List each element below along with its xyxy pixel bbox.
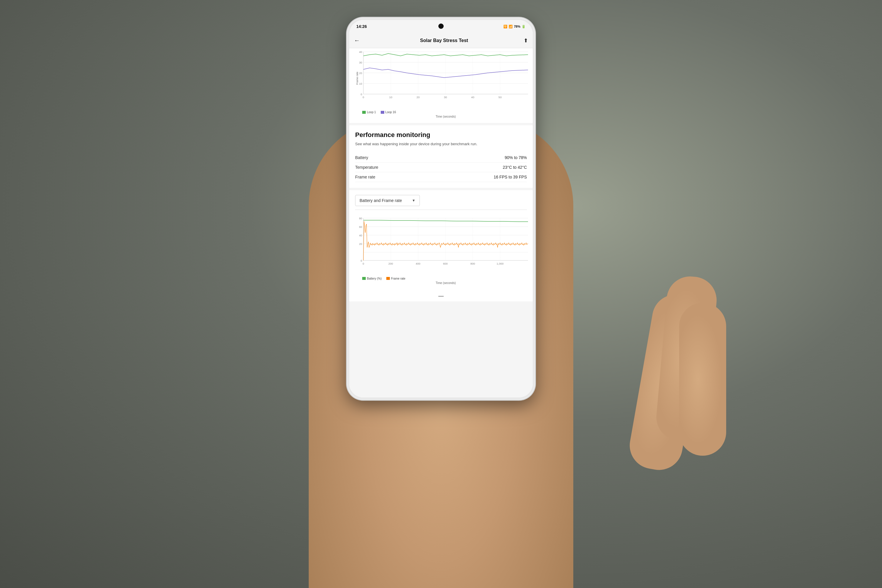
battery-chart-legend: Battery (%) Frame rate (362, 277, 528, 280)
status-time: 14:26 (356, 24, 367, 29)
svg-text:40: 40 (359, 234, 362, 237)
framerate-orange-icon (386, 277, 390, 280)
wifi-icon: 🛜 (503, 25, 507, 28)
svg-rect-48 (386, 277, 390, 280)
battery-pct-icon (362, 277, 366, 280)
camera-notch (438, 24, 444, 29)
svg-rect-47 (362, 277, 366, 280)
loop1-legend: Loop 1 (362, 111, 376, 114)
temperature-label: Temperature (355, 165, 378, 170)
svg-text:1,000: 1,000 (496, 262, 504, 265)
svg-text:40: 40 (359, 51, 362, 54)
svg-text:400: 400 (416, 262, 420, 265)
framerate-legend: Loop 1 Loop 16 (362, 111, 528, 114)
battery-icon: 🔋 (522, 25, 526, 28)
svg-text:0: 0 (360, 259, 362, 262)
svg-text:50: 50 (499, 96, 502, 99)
svg-text:20: 20 (359, 243, 362, 246)
temperature-row: Temperature 23°C to 42°C (355, 163, 527, 172)
share-button[interactable]: ⬆ (524, 38, 528, 44)
scene: 14:26 🛜 📶 78% 🔋 ← Solar Bay Stress Test … (0, 0, 882, 588)
loop1-label: Loop 1 (367, 111, 376, 114)
signal-icon: 📶 (508, 25, 513, 28)
dropdown-arrow-icon: ▼ (412, 198, 416, 202)
loop16-icon (381, 111, 384, 114)
svg-rect-22 (362, 111, 366, 114)
dropdown-section: Battery and Frame rate ▼ (349, 190, 533, 214)
battery-label: Battery (355, 155, 368, 160)
svg-text:60: 60 (359, 225, 362, 228)
framerate-row: Frame rate 16 FPS to 39 FPS (355, 172, 527, 182)
back-button[interactable]: ← (354, 37, 360, 44)
loop16-label: Loop 16 (386, 111, 396, 114)
svg-text:200: 200 (388, 262, 393, 265)
phone-body: 14:26 🛜 📶 78% 🔋 ← Solar Bay Stress Test … (347, 18, 535, 400)
svg-text:20: 20 (359, 72, 362, 75)
svg-text:20: 20 (417, 96, 420, 99)
svg-rect-23 (381, 111, 384, 114)
chart-type-dropdown[interactable]: Battery and Frame rate ▼ (355, 195, 420, 206)
svg-text:30: 30 (359, 61, 362, 64)
svg-text:600: 600 (443, 262, 448, 265)
temperature-value: 23°C to 42°C (503, 165, 527, 170)
framerate-y-label: Frame rate (356, 72, 358, 85)
framerate-label: Frame rate (355, 175, 375, 179)
home-indicator: — (349, 289, 533, 302)
battery-pct-legend: Battery (%) (362, 277, 382, 280)
svg-text:10: 10 (359, 82, 362, 85)
battery-pct-label: Battery (%) (367, 277, 382, 280)
scroll-content[interactable]: Frame rate (349, 48, 533, 398)
svg-text:10: 10 (389, 96, 393, 99)
battery-row: Battery 90% to 78% (355, 153, 527, 163)
app-bar: ← Solar Bay Stress Test ⬆ (349, 33, 533, 48)
dropdown-divider (355, 210, 527, 210)
battery-percentage: 78% (514, 25, 520, 28)
framerate-orange-label: Frame rate (391, 277, 405, 280)
perf-title: Performance monitoring (355, 131, 527, 139)
battery-value: 90% to 78% (505, 155, 527, 160)
performance-section: Performance monitoring See what was happ… (349, 125, 533, 188)
status-icons: 🛜 📶 78% 🔋 (503, 25, 526, 28)
battery-chart-section: 80 60 40 20 0 0 200 400 600 800 (349, 214, 533, 289)
svg-text:0: 0 (363, 262, 364, 265)
perf-desc: See what was happening inside your devic… (355, 141, 527, 147)
dropdown-label: Battery and Frame rate (360, 198, 402, 203)
battery-chart-area: 80 60 40 20 0 0 200 400 600 800 (354, 218, 528, 271)
framerate-chart-area: Frame rate (354, 52, 528, 105)
svg-text:800: 800 (470, 262, 475, 265)
svg-text:0: 0 (363, 96, 364, 99)
svg-text:30: 30 (444, 96, 447, 99)
framerate-svg: 40 30 20 10 0 0 10 20 30 40 (363, 52, 528, 94)
svg-text:0: 0 (360, 93, 362, 96)
framerate-x-label: Time (seconds) (363, 115, 528, 118)
svg-text:80: 80 (359, 217, 362, 220)
framerate-value: 16 FPS to 39 FPS (494, 175, 527, 179)
framerate-legend-battery: Frame rate (386, 277, 405, 280)
app-title: Solar Bay Stress Test (364, 38, 524, 43)
phone-screen: 14:26 🛜 📶 78% 🔋 ← Solar Bay Stress Test … (349, 20, 533, 398)
svg-text:40: 40 (471, 96, 474, 99)
battery-svg: 80 60 40 20 0 0 200 400 600 800 (363, 218, 528, 261)
loop16-legend: Loop 16 (381, 111, 396, 114)
loop1-icon (362, 111, 366, 114)
battery-x-label: Time (seconds) (363, 281, 528, 285)
framerate-chart-section: Frame rate (349, 48, 533, 123)
